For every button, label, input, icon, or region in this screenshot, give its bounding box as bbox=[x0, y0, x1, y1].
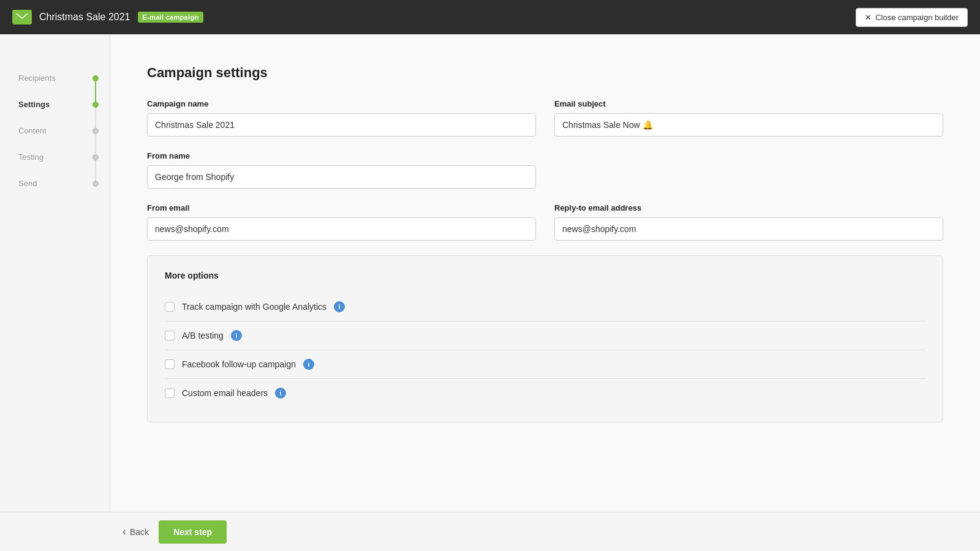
campaign-type-badge: E-mail campaign bbox=[138, 12, 204, 23]
sidebar-item-label-testing: Testing bbox=[18, 152, 43, 162]
option-label-ab-testing: A/B testing bbox=[182, 331, 224, 340]
step-dot-content bbox=[92, 128, 99, 134]
sidebar-item-label-content: Content bbox=[18, 126, 47, 135]
content-area: Campaign settings Campaign name Email su… bbox=[110, 34, 980, 551]
back-label: Back bbox=[130, 527, 149, 537]
sidebar-item-testing[interactable]: Testing bbox=[0, 144, 110, 170]
checkbox-facebook-followup[interactable] bbox=[165, 359, 175, 369]
info-icon-facebook-followup[interactable]: i bbox=[303, 359, 314, 370]
topbar-left: Christmas Sale 2021 E-mail campaign bbox=[12, 10, 203, 24]
page-title: Campaign settings bbox=[147, 65, 943, 81]
sidebar-item-recipients[interactable]: Recipients bbox=[0, 65, 110, 91]
back-button[interactable]: ‹ Back bbox=[123, 525, 149, 538]
option-google-analytics: Track campaign with Google Analytics i bbox=[165, 293, 925, 321]
checkbox-custom-headers[interactable] bbox=[165, 388, 175, 398]
from-name-label: From name bbox=[147, 151, 536, 160]
form-row-from-name: From name bbox=[147, 151, 943, 189]
checkbox-google-analytics[interactable] bbox=[165, 302, 175, 312]
topbar: Christmas Sale 2021 E-mail campaign ✕ Cl… bbox=[0, 0, 980, 34]
option-custom-headers: Custom email headers i bbox=[165, 379, 925, 407]
next-step-button[interactable]: Next step bbox=[159, 520, 227, 544]
option-label-facebook-followup: Facebook follow-up campaign bbox=[182, 359, 296, 369]
from-email-input[interactable] bbox=[147, 217, 536, 241]
step-dot-send bbox=[92, 181, 99, 187]
more-options-title: More options bbox=[165, 271, 925, 280]
email-subject-label: Email subject bbox=[554, 99, 943, 108]
form-group-reply-to: Reply-to email address bbox=[554, 203, 943, 241]
from-name-input[interactable] bbox=[147, 165, 536, 189]
sidebar: Recipients Settings Content bbox=[0, 34, 110, 551]
form-group-from-email: From email bbox=[147, 203, 536, 241]
sidebar-item-label-settings: Settings bbox=[18, 100, 50, 109]
close-label: Close campaign builder bbox=[875, 13, 959, 22]
step-dot-testing bbox=[92, 154, 99, 160]
sidebar-item-content[interactable]: Content bbox=[0, 118, 110, 144]
topbar-title: Christmas Sale 2021 bbox=[39, 12, 130, 23]
info-icon-custom-headers[interactable]: i bbox=[275, 388, 286, 399]
option-label-google-analytics: Track campaign with Google Analytics bbox=[182, 302, 326, 312]
bottom-bar: ‹ Back Next step bbox=[0, 512, 980, 551]
more-options-box: More options Track campaign with Google … bbox=[147, 255, 943, 422]
option-ab-testing: A/B testing i bbox=[165, 321, 925, 350]
campaign-name-label: Campaign name bbox=[147, 99, 536, 108]
close-campaign-builder-button[interactable]: ✕ Close campaign builder bbox=[856, 8, 968, 27]
info-icon-google-analytics[interactable]: i bbox=[334, 301, 345, 312]
form-row-email-reply: From email Reply-to email address bbox=[147, 203, 943, 241]
reply-to-label: Reply-to email address bbox=[554, 203, 943, 212]
sidebar-item-settings[interactable]: Settings bbox=[0, 91, 110, 118]
main-layout: Recipients Settings Content bbox=[0, 34, 980, 551]
checkbox-ab-testing[interactable] bbox=[165, 331, 175, 340]
form-group-campaign-name: Campaign name bbox=[147, 99, 536, 137]
from-email-label: From email bbox=[147, 203, 536, 212]
sidebar-item-label: Recipients bbox=[18, 73, 56, 83]
step-dot-settings bbox=[92, 102, 99, 108]
back-chevron-icon: ‹ bbox=[123, 525, 126, 538]
sidebar-item-send[interactable]: Send bbox=[0, 170, 110, 197]
sidebar-item-label-send: Send bbox=[18, 179, 37, 188]
email-campaign-icon bbox=[12, 10, 32, 24]
email-subject-input[interactable] bbox=[554, 113, 943, 137]
form-group-email-subject: Email subject bbox=[554, 99, 943, 137]
campaign-name-input[interactable] bbox=[147, 113, 536, 137]
sidebar-steps: Recipients Settings Content bbox=[0, 59, 110, 197]
form-group-from-name: From name bbox=[147, 151, 536, 189]
option-facebook-followup: Facebook follow-up campaign i bbox=[165, 350, 925, 379]
form-row-name-subject: Campaign name Email subject bbox=[147, 99, 943, 137]
close-icon: ✕ bbox=[865, 13, 872, 22]
reply-to-input[interactable] bbox=[554, 217, 943, 241]
option-label-custom-headers: Custom email headers bbox=[182, 388, 268, 398]
info-icon-ab-testing[interactable]: i bbox=[231, 330, 242, 341]
